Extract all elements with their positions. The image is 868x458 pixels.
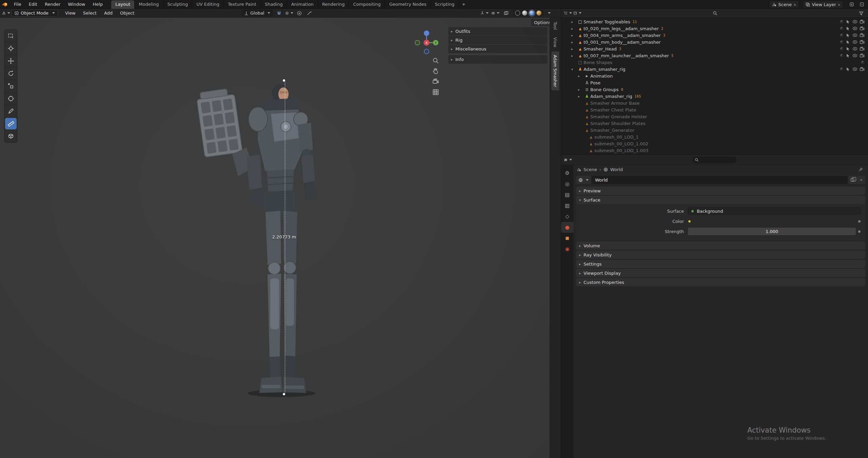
properties-tab[interactable] bbox=[561, 189, 573, 200]
selectable-toggle-icon[interactable] bbox=[846, 19, 850, 24]
sidebar-panel-header[interactable]: Miscellaneous bbox=[448, 45, 547, 53]
mode-dropdown[interactable]: Object Mode bbox=[12, 9, 58, 17]
outliner-item-label[interactable]: Smasher_Generator bbox=[590, 128, 634, 133]
disclosure-arrow[interactable]: ▸ bbox=[571, 54, 577, 58]
disable-render-camera-icon[interactable] bbox=[860, 47, 865, 51]
workspace-tab[interactable]: Rendering bbox=[318, 0, 349, 9]
strength-slider[interactable]: 1.000 bbox=[688, 228, 856, 235]
properties-tab[interactable] bbox=[561, 222, 573, 233]
hide-viewport-eye-icon[interactable] bbox=[852, 33, 857, 37]
outliner-row[interactable]: Smasher_Generator bbox=[561, 127, 868, 133]
outliner-item-label[interactable]: Adam_smasher_rig bbox=[584, 67, 626, 72]
unlink-view-layer-icon[interactable] bbox=[838, 2, 841, 7]
camera-view-icon[interactable] bbox=[432, 78, 439, 85]
outliner-item-label[interactable]: Animation bbox=[590, 74, 613, 79]
hide-viewport-eye-icon[interactable] bbox=[852, 26, 857, 30]
shading-rendered-button[interactable] bbox=[536, 11, 541, 16]
grid-toggle-icon[interactable] bbox=[432, 88, 439, 96]
outliner-row[interactable]: Bone Shapes bbox=[561, 59, 868, 66]
exclude-checkbox[interactable] bbox=[840, 47, 844, 51]
outliner-row[interactable]: Smasher Shoulder Plates bbox=[561, 120, 868, 127]
disclosure-arrow[interactable]: ▸ bbox=[578, 88, 584, 91]
outliner-item-label[interactable]: Smasher_Head bbox=[584, 46, 617, 51]
blender-logo-icon[interactable] bbox=[0, 2, 10, 7]
navigation-gizmo[interactable]: X Y bbox=[414, 30, 439, 54]
exclude-checkbox[interactable] bbox=[840, 26, 844, 30]
outliner-row[interactable]: submesh_00_LOD_1.003 bbox=[561, 147, 868, 154]
workspace-tab[interactable]: Geometry Nodes bbox=[385, 0, 431, 9]
outliner-item-label[interactable]: t0_020_mm_legs__adam_smasher bbox=[584, 26, 659, 31]
selectable-toggle-icon[interactable] bbox=[846, 40, 850, 44]
duplicate-world-button[interactable] bbox=[848, 176, 856, 184]
tool-measure[interactable] bbox=[5, 118, 17, 129]
outliner-display-mode-dropdown[interactable] bbox=[573, 9, 581, 17]
outliner-row[interactable]: ▸ Smasher_Head 3 bbox=[561, 45, 868, 52]
outliner-row[interactable]: ▸ Bone Groups 8 bbox=[561, 86, 868, 93]
panel-header[interactable]: Volume bbox=[576, 242, 865, 250]
outliner-item-label[interactable]: submesh_00_LOD_1.002 bbox=[594, 141, 648, 146]
outliner-item-label[interactable]: submesh_00_LOD_1 bbox=[594, 134, 638, 140]
outliner-item-label[interactable]: Bone Shapes bbox=[584, 60, 612, 65]
workspace-tab[interactable]: Shading bbox=[261, 0, 287, 9]
options-dropdown[interactable]: Options bbox=[531, 19, 550, 26]
workspace-tab[interactable]: Modeling bbox=[135, 0, 163, 9]
breadcrumb-world[interactable]: World bbox=[610, 167, 623, 172]
workspace-tab[interactable]: Animation bbox=[287, 0, 318, 9]
sidebar-tab[interactable]: Tool bbox=[551, 18, 559, 33]
outliner-row[interactable]: ▸ Animation bbox=[561, 72, 868, 79]
scene-selector[interactable]: Scene bbox=[770, 1, 798, 8]
unlink-scene-icon[interactable] bbox=[793, 2, 796, 7]
viewport-menu-item[interactable]: View bbox=[61, 9, 79, 17]
view-layer-selector[interactable]: View Layer bbox=[803, 1, 843, 8]
outliner-filter-icon[interactable] bbox=[857, 9, 865, 17]
hide-viewport-eye-icon[interactable] bbox=[852, 40, 857, 44]
outliner-search-icon[interactable] bbox=[711, 9, 719, 17]
sidebar-tab[interactable]: View bbox=[551, 34, 559, 51]
workspace-tab[interactable]: Sculpting bbox=[163, 0, 192, 9]
scene-name[interactable]: Scene bbox=[778, 2, 792, 7]
viewport-menu-item[interactable]: Object bbox=[116, 9, 138, 17]
exclude-checkbox[interactable] bbox=[840, 20, 844, 24]
outliner-item-label[interactable]: submesh_00_LOD_1.003 bbox=[594, 148, 648, 153]
disclosure-arrow[interactable]: ▸ bbox=[571, 34, 577, 37]
sidebar-panel-header[interactable]: Rig bbox=[448, 36, 547, 44]
view-layer-name[interactable]: View Layer bbox=[812, 2, 836, 7]
exclude-checkbox[interactable] bbox=[840, 40, 844, 44]
outliner-row[interactable]: ▸ t0_001_mm_body__adam_smasher bbox=[561, 39, 868, 45]
shading-material-button[interactable] bbox=[529, 11, 534, 16]
remove-view-layer-button[interactable] bbox=[858, 1, 866, 8]
color-decorator-dot[interactable] bbox=[858, 220, 861, 223]
exclude-checkbox[interactable] bbox=[840, 33, 844, 37]
properties-editor-type-button[interactable] bbox=[564, 156, 572, 164]
panel-header[interactable]: Viewport Display bbox=[576, 269, 865, 277]
workspace-tab[interactable]: Compositing bbox=[349, 0, 385, 9]
panel-header[interactable]: Ray Visibility bbox=[576, 251, 865, 259]
disable-render-camera-icon[interactable] bbox=[860, 40, 865, 44]
outliner-row[interactable]: ▸ Smasher Toggleables 11 bbox=[561, 18, 868, 25]
sidebar-panel-header[interactable]: Outfits bbox=[448, 27, 547, 36]
preview-panel-header[interactable]: Preview bbox=[576, 187, 865, 195]
proportional-falloff-dropdown[interactable] bbox=[305, 9, 314, 17]
workspace-tab[interactable]: UV Editing bbox=[192, 0, 224, 9]
viewport-3d[interactable]: Options X Y bbox=[0, 18, 550, 458]
tool-rotate[interactable] bbox=[5, 68, 17, 79]
outliner-row[interactable]: ▾ Adam_smasher_rig bbox=[561, 66, 868, 72]
gizmos-dropdown[interactable] bbox=[480, 9, 489, 17]
disclosure-arrow[interactable]: ▸ bbox=[571, 20, 577, 24]
transform-orientation-dropdown[interactable]: Global bbox=[241, 9, 273, 17]
hide-viewport-eye-icon[interactable] bbox=[852, 54, 857, 58]
surface-shader-dropdown[interactable]: Background bbox=[688, 207, 861, 215]
outliner-item-label[interactable]: Pose bbox=[590, 80, 600, 85]
measure-start-handle[interactable] bbox=[283, 79, 285, 82]
outliner-row[interactable]: Smasher Armour Base bbox=[561, 100, 868, 106]
properties-tab[interactable] bbox=[561, 233, 573, 244]
workspace-tab[interactable]: Layout bbox=[111, 0, 135, 9]
selectable-toggle-icon[interactable] bbox=[846, 46, 850, 51]
panel-header[interactable]: Settings bbox=[576, 260, 865, 268]
outliner-item-label[interactable]: t0_007_mm_launcher__adam_smasher bbox=[584, 53, 669, 58]
outliner-row[interactable]: submesh_00_LOD_1.002 bbox=[561, 140, 868, 147]
properties-tab[interactable] bbox=[561, 168, 573, 179]
color-socket-icon[interactable] bbox=[688, 220, 691, 223]
outliner-item-label[interactable]: Smasher Chest Plate bbox=[590, 107, 636, 112]
outliner-item-label[interactable]: t0_004_mm_arms__adam_smasher bbox=[584, 33, 661, 38]
